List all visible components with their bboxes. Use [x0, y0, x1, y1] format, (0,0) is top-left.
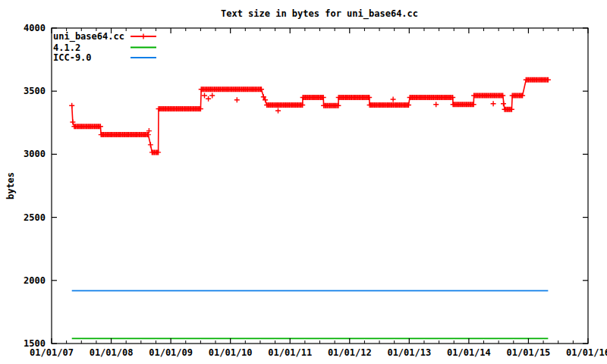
legend-sample-marker — [141, 34, 146, 39]
legend-label-uni-base64: uni_base64.cc — [53, 31, 124, 42]
x-tick-label: 01/01/11 — [268, 347, 312, 358]
x-tick-label: 01/01/13 — [387, 347, 431, 358]
y-tick-label: 3000 — [24, 149, 46, 159]
series-path-uni-base64 — [72, 80, 549, 152]
y-tick-label: 1500 — [24, 338, 46, 349]
x-tick-label: 01/01/09 — [149, 347, 193, 358]
chart-container: Text size in bytes for uni_base64.cc byt… — [0, 0, 607, 364]
y-tick-label: 4000 — [24, 23, 46, 33]
y-axis-title: bytes — [5, 172, 16, 199]
series-markers-uni-base64 — [69, 77, 551, 155]
plot-canvas: Text size in bytes for uni_base64.cc byt… — [0, 0, 607, 364]
legend-line-samples — [131, 34, 156, 58]
legend-label-icc-90: ICC-9.0 — [53, 52, 92, 63]
x-axis-ticks: 01/01/0701/01/0801/01/0901/01/1001/01/11… — [30, 28, 607, 358]
x-tick-label: 01/01/12 — [328, 347, 372, 358]
x-tick-label: 01/01/16 — [566, 347, 607, 358]
plot-border — [52, 28, 588, 344]
legend: uni_base64.cc 4.1.2 ICC-9.0 — [53, 31, 156, 63]
x-tick-label: 01/01/14 — [447, 347, 491, 358]
y-tick-label: 2500 — [24, 212, 46, 223]
x-tick-label: 01/01/07 — [30, 347, 74, 358]
x-tick-label: 01/01/15 — [507, 347, 551, 358]
chart-title: Text size in bytes for uni_base64.cc — [221, 8, 418, 20]
page: { "window": { "background": "#ffffff", "… — [0, 0, 607, 364]
x-tick-label: 01/01/10 — [209, 347, 253, 358]
plot-area: 01/01/0701/01/0801/01/0901/01/1001/01/11… — [24, 23, 607, 358]
y-tick-label: 3500 — [24, 86, 46, 96]
y-tick-label: 2000 — [24, 275, 46, 286]
legend-label-gcc-412: 4.1.2 — [53, 42, 80, 53]
y-axis-ticks: 150020002500300035004000 — [24, 23, 588, 349]
x-tick-label: 01/01/08 — [90, 347, 134, 358]
